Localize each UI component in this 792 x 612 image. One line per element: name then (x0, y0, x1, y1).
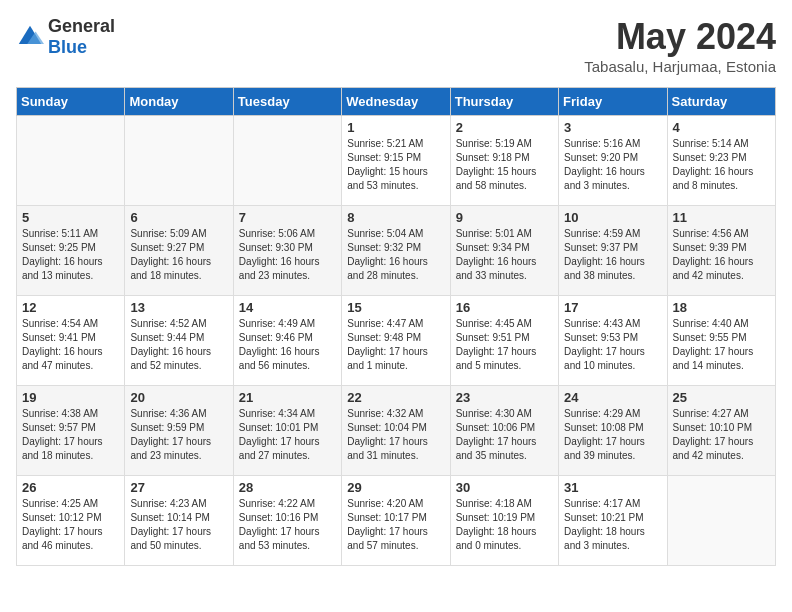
calendar-cell: 2Sunrise: 5:19 AM Sunset: 9:18 PM Daylig… (450, 116, 558, 206)
day-info: Sunrise: 5:01 AM Sunset: 9:34 PM Dayligh… (456, 227, 553, 283)
calendar-cell: 9Sunrise: 5:01 AM Sunset: 9:34 PM Daylig… (450, 206, 558, 296)
calendar-cell: 15Sunrise: 4:47 AM Sunset: 9:48 PM Dayli… (342, 296, 450, 386)
day-number: 22 (347, 390, 444, 405)
calendar-table: SundayMondayTuesdayWednesdayThursdayFrid… (16, 87, 776, 566)
day-header-monday: Monday (125, 88, 233, 116)
calendar-cell: 11Sunrise: 4:56 AM Sunset: 9:39 PM Dayli… (667, 206, 775, 296)
logo: General Blue (16, 16, 115, 58)
calendar-cell: 3Sunrise: 5:16 AM Sunset: 9:20 PM Daylig… (559, 116, 667, 206)
day-info: Sunrise: 4:29 AM Sunset: 10:08 PM Daylig… (564, 407, 661, 463)
day-info: Sunrise: 4:27 AM Sunset: 10:10 PM Daylig… (673, 407, 770, 463)
week-row-1: 1Sunrise: 5:21 AM Sunset: 9:15 PM Daylig… (17, 116, 776, 206)
day-info: Sunrise: 4:25 AM Sunset: 10:12 PM Daylig… (22, 497, 119, 553)
calendar-cell: 28Sunrise: 4:22 AM Sunset: 10:16 PM Dayl… (233, 476, 341, 566)
day-info: Sunrise: 4:34 AM Sunset: 10:01 PM Daylig… (239, 407, 336, 463)
header: General Blue May 2024 Tabasalu, Harjumaa… (16, 16, 776, 75)
day-number: 14 (239, 300, 336, 315)
calendar-cell: 22Sunrise: 4:32 AM Sunset: 10:04 PM Dayl… (342, 386, 450, 476)
day-number: 27 (130, 480, 227, 495)
day-info: Sunrise: 4:38 AM Sunset: 9:57 PM Dayligh… (22, 407, 119, 463)
day-info: Sunrise: 4:30 AM Sunset: 10:06 PM Daylig… (456, 407, 553, 463)
calendar-cell (125, 116, 233, 206)
calendar-cell: 30Sunrise: 4:18 AM Sunset: 10:19 PM Dayl… (450, 476, 558, 566)
day-number: 23 (456, 390, 553, 405)
day-info: Sunrise: 5:11 AM Sunset: 9:25 PM Dayligh… (22, 227, 119, 283)
day-number: 2 (456, 120, 553, 135)
day-number: 24 (564, 390, 661, 405)
calendar-cell: 29Sunrise: 4:20 AM Sunset: 10:17 PM Dayl… (342, 476, 450, 566)
day-number: 15 (347, 300, 444, 315)
day-info: Sunrise: 4:36 AM Sunset: 9:59 PM Dayligh… (130, 407, 227, 463)
day-number: 29 (347, 480, 444, 495)
day-info: Sunrise: 5:06 AM Sunset: 9:30 PM Dayligh… (239, 227, 336, 283)
day-number: 7 (239, 210, 336, 225)
calendar-cell (233, 116, 341, 206)
calendar-cell (667, 476, 775, 566)
day-number: 30 (456, 480, 553, 495)
calendar-cell: 7Sunrise: 5:06 AM Sunset: 9:30 PM Daylig… (233, 206, 341, 296)
day-number: 25 (673, 390, 770, 405)
day-number: 13 (130, 300, 227, 315)
day-info: Sunrise: 4:45 AM Sunset: 9:51 PM Dayligh… (456, 317, 553, 373)
week-row-2: 5Sunrise: 5:11 AM Sunset: 9:25 PM Daylig… (17, 206, 776, 296)
calendar-cell: 16Sunrise: 4:45 AM Sunset: 9:51 PM Dayli… (450, 296, 558, 386)
week-row-4: 19Sunrise: 4:38 AM Sunset: 9:57 PM Dayli… (17, 386, 776, 476)
title-area: May 2024 Tabasalu, Harjumaa, Estonia (584, 16, 776, 75)
day-info: Sunrise: 4:43 AM Sunset: 9:53 PM Dayligh… (564, 317, 661, 373)
day-info: Sunrise: 5:19 AM Sunset: 9:18 PM Dayligh… (456, 137, 553, 193)
calendar-cell: 8Sunrise: 5:04 AM Sunset: 9:32 PM Daylig… (342, 206, 450, 296)
calendar-cell: 5Sunrise: 5:11 AM Sunset: 9:25 PM Daylig… (17, 206, 125, 296)
day-info: Sunrise: 5:16 AM Sunset: 9:20 PM Dayligh… (564, 137, 661, 193)
day-number: 26 (22, 480, 119, 495)
day-info: Sunrise: 4:32 AM Sunset: 10:04 PM Daylig… (347, 407, 444, 463)
day-number: 28 (239, 480, 336, 495)
calendar-cell: 20Sunrise: 4:36 AM Sunset: 9:59 PM Dayli… (125, 386, 233, 476)
week-row-5: 26Sunrise: 4:25 AM Sunset: 10:12 PM Dayl… (17, 476, 776, 566)
logo-text: General Blue (48, 16, 115, 58)
day-number: 18 (673, 300, 770, 315)
calendar-cell: 10Sunrise: 4:59 AM Sunset: 9:37 PM Dayli… (559, 206, 667, 296)
day-info: Sunrise: 4:59 AM Sunset: 9:37 PM Dayligh… (564, 227, 661, 283)
day-header-tuesday: Tuesday (233, 88, 341, 116)
day-number: 10 (564, 210, 661, 225)
day-number: 5 (22, 210, 119, 225)
calendar-cell (17, 116, 125, 206)
day-number: 21 (239, 390, 336, 405)
day-header-thursday: Thursday (450, 88, 558, 116)
day-header-friday: Friday (559, 88, 667, 116)
day-info: Sunrise: 4:22 AM Sunset: 10:16 PM Daylig… (239, 497, 336, 553)
day-info: Sunrise: 4:17 AM Sunset: 10:21 PM Daylig… (564, 497, 661, 553)
day-number: 3 (564, 120, 661, 135)
day-info: Sunrise: 5:09 AM Sunset: 9:27 PM Dayligh… (130, 227, 227, 283)
day-number: 8 (347, 210, 444, 225)
day-number: 19 (22, 390, 119, 405)
calendar-cell: 19Sunrise: 4:38 AM Sunset: 9:57 PM Dayli… (17, 386, 125, 476)
calendar-cell: 26Sunrise: 4:25 AM Sunset: 10:12 PM Dayl… (17, 476, 125, 566)
day-info: Sunrise: 4:52 AM Sunset: 9:44 PM Dayligh… (130, 317, 227, 373)
day-info: Sunrise: 4:18 AM Sunset: 10:19 PM Daylig… (456, 497, 553, 553)
week-row-3: 12Sunrise: 4:54 AM Sunset: 9:41 PM Dayli… (17, 296, 776, 386)
day-number: 17 (564, 300, 661, 315)
day-number: 4 (673, 120, 770, 135)
calendar-cell: 23Sunrise: 4:30 AM Sunset: 10:06 PM Dayl… (450, 386, 558, 476)
logo-icon (16, 23, 44, 51)
day-number: 6 (130, 210, 227, 225)
calendar-cell: 24Sunrise: 4:29 AM Sunset: 10:08 PM Dayl… (559, 386, 667, 476)
calendar-cell: 21Sunrise: 4:34 AM Sunset: 10:01 PM Dayl… (233, 386, 341, 476)
day-info: Sunrise: 4:54 AM Sunset: 9:41 PM Dayligh… (22, 317, 119, 373)
calendar-cell: 13Sunrise: 4:52 AM Sunset: 9:44 PM Dayli… (125, 296, 233, 386)
logo-blue: Blue (48, 37, 87, 57)
day-info: Sunrise: 4:49 AM Sunset: 9:46 PM Dayligh… (239, 317, 336, 373)
day-info: Sunrise: 5:14 AM Sunset: 9:23 PM Dayligh… (673, 137, 770, 193)
day-info: Sunrise: 5:21 AM Sunset: 9:15 PM Dayligh… (347, 137, 444, 193)
calendar-cell: 18Sunrise: 4:40 AM Sunset: 9:55 PM Dayli… (667, 296, 775, 386)
day-number: 16 (456, 300, 553, 315)
day-info: Sunrise: 4:23 AM Sunset: 10:14 PM Daylig… (130, 497, 227, 553)
calendar-cell: 17Sunrise: 4:43 AM Sunset: 9:53 PM Dayli… (559, 296, 667, 386)
month-title: May 2024 (584, 16, 776, 58)
day-number: 9 (456, 210, 553, 225)
calendar-cell: 12Sunrise: 4:54 AM Sunset: 9:41 PM Dayli… (17, 296, 125, 386)
calendar-cell: 25Sunrise: 4:27 AM Sunset: 10:10 PM Dayl… (667, 386, 775, 476)
day-info: Sunrise: 4:20 AM Sunset: 10:17 PM Daylig… (347, 497, 444, 553)
calendar-cell: 27Sunrise: 4:23 AM Sunset: 10:14 PM Dayl… (125, 476, 233, 566)
